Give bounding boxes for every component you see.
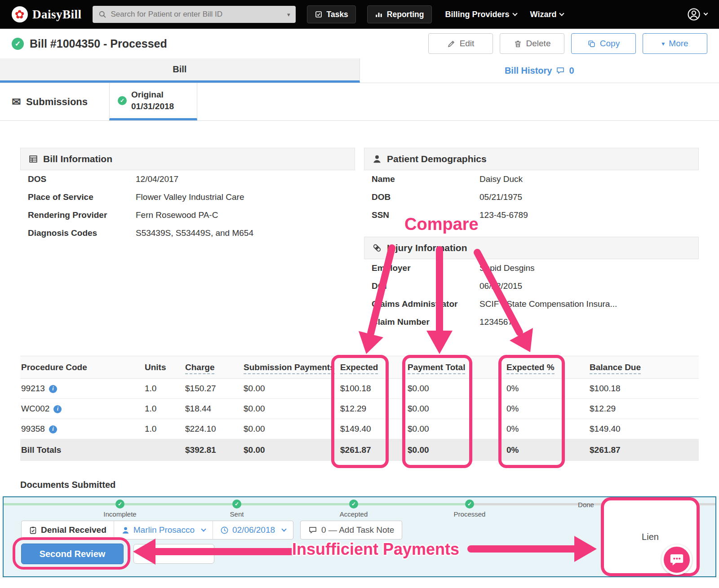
table-row: 99358i 1.0 $224.10 $0.00 $149.40 $0.00 0… [20,419,699,439]
check-icon: ✓ [232,500,241,508]
billing-providers-menu[interactable]: Billing Providers [445,10,517,19]
bill-totals-row: Bill Totals $392.81 $0.00 $261.87 $0.00 … [20,439,699,461]
chat-widget-button[interactable] [661,544,692,575]
step-sent: ✓ Sent [208,499,266,518]
panel-title: Patient Demographics [387,154,487,164]
daisy-logo-icon: ✿ [12,6,28,22]
injury-information-panel: Injury Information EmployerSapid Desgins… [364,237,699,331]
step-accepted: ✓ Accepted [324,499,383,518]
check-icon: ✓ [118,96,127,105]
chevron-down-icon [704,11,708,16]
processed-check-icon: ✓ [12,38,24,50]
delete-button[interactable]: Delete [500,33,564,54]
tab-bill-history[interactable]: Bill History 0 [360,58,719,83]
add-task-note-button[interactable]: 0 — Add Task Note [300,521,402,539]
envelope-icon: ✉ [12,96,21,108]
info-icon[interactable]: i [49,385,57,393]
col-payment-total[interactable]: Payment Total [408,363,465,374]
col-units: Units [145,363,166,372]
documents-submitted-heading: Documents Submitted [20,480,699,490]
clipboard-icon [29,526,37,535]
col-expected-pct[interactable]: Expected % [506,363,555,374]
brand-name: DaisyBill [32,8,82,22]
procedure-table: Procedure Code Units Charge Submission P… [20,356,699,461]
chat-icon [669,552,684,567]
chevron-down-icon [512,11,517,16]
info-icon[interactable]: i [49,425,57,433]
col-balance-due[interactable]: Balance Due [590,363,641,374]
panel-title: Injury Information [387,243,467,253]
col-charge[interactable]: Charge [185,363,214,374]
trash-icon [514,40,522,48]
task-date-dropdown[interactable]: 02/06/2018 [213,521,293,539]
more-button[interactable]: ▾ More [643,33,707,54]
top-navbar: ✿ DaisyBill ▾ Tasks Reporting Billing Pr… [0,0,719,29]
bill-information-panel: Bill Information DOS12/04/2017 Place of … [20,148,355,331]
tab-bill[interactable]: Bill [0,58,360,83]
pencil-icon [447,40,456,48]
task-box: Denial Received Marlin Prosacco 02/06/20… [21,521,293,539]
bill-table-icon [28,154,38,164]
panel-title: Bill Information [43,154,112,164]
chevron-down-icon [559,11,564,16]
person-icon [372,154,382,164]
header-actions: Edit Delete Copy ▾ More [428,33,707,54]
second-review-button[interactable]: Second Review [21,544,124,564]
chevron-down-icon [281,526,286,531]
search-input[interactable] [111,10,283,19]
search-icon [98,10,107,19]
obscured-button[interactable] [133,544,214,564]
patient-demographics-panel: Patient Demographics NameDaisy Duck DOB0… [364,148,699,224]
page-title: Bill #1004350 - Processed [30,37,167,50]
step-processed: ✓ Processed [440,499,499,518]
submissions-label[interactable]: ✉ Submissions [12,83,109,120]
col-submission-payments[interactable]: Submission Payments [244,363,335,374]
speech-bubble-icon [308,526,317,535]
table-header-row: Procedure Code Units Charge Submission P… [20,356,699,379]
assignee-dropdown[interactable]: Marlin Prosacco [114,521,213,539]
person-circle-icon [687,8,701,21]
table-row: 99213i 1.0 $150.27 $0.00 $100.18 $0.00 0… [20,379,699,399]
col-expected[interactable]: Expected [340,363,378,374]
info-icon[interactable]: i [53,405,62,413]
tab-original-submission[interactable]: ✓ Original 01/31/2018 [109,83,197,120]
caret-down-icon: ▾ [661,40,665,47]
wizard-menu[interactable]: Wizard [530,10,564,19]
check-icon: ✓ [115,500,124,508]
bill-content: Bill Information DOS12/04/2017 Place of … [0,148,719,490]
user-avatar[interactable] [687,8,707,21]
copy-button[interactable]: Copy [571,33,636,54]
bill-header: ✓ Bill #1004350 - Processed Edit Delete … [0,29,719,58]
check-icon: ✓ [349,500,358,508]
table-row: WC002i 1.0 $18.44 $0.00 $12.29 $0.00 0% … [20,399,699,419]
chevron-down-icon [201,526,206,531]
step-incomplete: ✓ Incomplete [91,499,149,518]
edit-button[interactable]: Edit [428,33,493,54]
brand[interactable]: ✿ DaisyBill [12,6,82,22]
bandage-icon [372,243,382,253]
col-procedure-code: Procedure Code [21,363,87,372]
search-dropdown-icon[interactable]: ▾ [287,11,290,18]
check-icon: ✓ [465,500,474,508]
clock-icon [220,526,229,535]
global-search[interactable]: ▾ [93,6,296,23]
main-tabs: Bill Bill History 0 [0,58,719,83]
person-icon [121,526,130,535]
task-title: Denial Received [22,521,114,539]
copy-icon [587,40,596,48]
speech-bubble-icon [556,66,565,75]
tasks-button[interactable]: Tasks [307,5,356,23]
submission-tabs: ✉ Submissions ✓ Original 01/31/2018 [0,83,719,121]
checkbox-icon [315,10,323,18]
reporting-button[interactable]: Reporting [367,5,432,23]
bar-chart-icon [375,10,383,18]
